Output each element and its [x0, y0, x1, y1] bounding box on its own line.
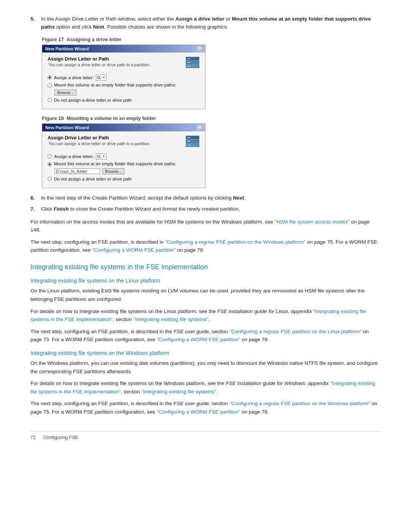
win-para2: For details on how to integrate existing…: [30, 379, 381, 396]
step-6-text: In the next step of the Create Partition…: [41, 195, 233, 201]
wizard-17-icon: [185, 56, 200, 71]
wizard-18-option3-label: Do not assign a drive letter or drive pa…: [54, 177, 132, 181]
step-7-bold: Finish: [54, 206, 69, 212]
linux-user-guide-italic: FSE user guide: [174, 329, 209, 334]
footer: 72 Configuring FSE: [30, 431, 381, 440]
step-6-content: In the next step of the Create Partition…: [41, 194, 381, 202]
step-7-number: 7.: [30, 205, 41, 213]
figure-17-wizard: New Partition Wizard ✕ Assign Drive Lett…: [42, 45, 206, 109]
wizard-17-radio2[interactable]: [48, 83, 52, 88]
svg-rect-3: [187, 58, 190, 59]
hsm-access-modes-link[interactable]: "HSM file system access modes": [275, 219, 350, 225]
linux-integrating-link2[interactable]: "Integrating existing file systems": [133, 316, 208, 322]
wizard-17-browse-button[interactable]: Browse...: [54, 89, 76, 96]
wizard-18-title: New Partition Wizard: [45, 125, 89, 130]
wizard-17-section-sub: You can assign a drive letter or drive p…: [48, 62, 200, 67]
chevron-down-icon: ▼: [102, 76, 105, 79]
linux-config-worm-link[interactable]: "Configuring a WORM FSE partition": [157, 337, 241, 342]
step-7: 7. Click Finish to close the Create Part…: [30, 205, 381, 213]
wizard-18-option1-label: Assign a drive letter:: [54, 154, 94, 159]
figure-18-wizard: New Partition Wizard ✕ Assign Drive Lett…: [42, 123, 206, 188]
wizard-18-option2-row: Mount this volume at an empty folder tha…: [48, 161, 200, 166]
wizard-17-section-title: Assign Drive Letter or Path: [48, 56, 200, 62]
wizard-17-close[interactable]: ✕: [197, 46, 202, 51]
wizard-18-icon: [185, 135, 200, 150]
wizard-18-section-sub: You can assign a drive letter or drive p…: [48, 141, 200, 146]
win-guide-italic: FSE installation guide for Windows: [226, 380, 305, 386]
wizard-18-path-row: D:\vsm_fs_folder Browse...: [48, 168, 200, 174]
step-5-content: In the Assign Drive Letter or Path windo…: [41, 15, 381, 31]
linux-guide-italic: FSE installation guide for Linux: [217, 308, 288, 314]
win-integrating-link2[interactable]: "Integrating existing file systems": [141, 389, 216, 395]
wizard-18-option3-row: Do not assign a drive letter or drive pa…: [48, 177, 200, 181]
post-steps-para2: The next step, configuring an FSE partit…: [30, 238, 381, 254]
win-para1: On the Windows platform, you can use exi…: [30, 359, 381, 375]
wizard-18-titlebar: New Partition Wizard ✕: [42, 124, 205, 131]
wizard-18-close[interactable]: ✕: [197, 125, 202, 130]
win-para3: The next step, configuring an FSE partit…: [30, 399, 381, 416]
step-5-text2: or: [225, 16, 232, 22]
svg-rect-10: [187, 141, 190, 142]
wizard-17-option3-label: Do not assign a drive letter or drive pa…: [54, 98, 132, 102]
wizard-18-radio3[interactable]: [48, 177, 52, 181]
linux-para2: For details on how to integrate existing…: [30, 307, 381, 324]
figure-18-label: Figure 18 Mounting a volume to an empty …: [42, 115, 381, 121]
step-5-text1: In the Assign Drive Letter or Path windo…: [41, 16, 175, 22]
step-5: 5. In the Assign Drive Letter or Path wi…: [30, 15, 381, 31]
step-7-text1: Click: [41, 206, 54, 212]
wizard-18-section-title: Assign Drive Letter or Path: [48, 135, 200, 141]
wizard-17-option2-row: Mount this volume at an empty folder tha…: [48, 83, 200, 88]
wizard-18-path-input[interactable]: D:\vsm_fs_folder: [54, 168, 100, 174]
wizard-17-radio3[interactable]: [48, 98, 52, 102]
svg-rect-9: [187, 137, 190, 138]
wizard-17-option1-row: Assign a drive letter: G: ▼: [48, 75, 200, 81]
step-5-text4: . Possible choices are shown in the foll…: [104, 24, 228, 30]
win-config-worm-link[interactable]: "Configuring a WORM FSE partition": [157, 409, 241, 415]
wizard-18-browse-button[interactable]: Browse...: [102, 168, 124, 174]
wizard-17-option1-label: Assign a drive letter:: [54, 75, 94, 80]
chevron-down-icon: ▼: [102, 155, 105, 158]
win-user-guide-italic: FSE user guide: [174, 401, 209, 406]
step-5-bold3: Next: [93, 24, 104, 30]
step-5-bold1: Assign a drive letter: [175, 16, 225, 22]
sub-heading-windows: Integrating existing file systems on the…: [30, 350, 381, 356]
svg-rect-11: [187, 145, 190, 145]
wizard-17-drive-select[interactable]: G: ▼: [96, 75, 107, 81]
wizard-17-radio1[interactable]: [48, 75, 52, 80]
svg-rect-5: [187, 66, 190, 67]
linux-para3: The next step, configuring an FSE partit…: [30, 328, 381, 344]
main-heading: Integrating existing file systems in the…: [30, 263, 381, 272]
win-config-regular-link[interactable]: "Configuring a regular FSE partition on …: [229, 401, 370, 406]
step-5-number: 5.: [30, 15, 41, 31]
step-6-bold: Next: [233, 195, 244, 201]
step-5-text3: option and click: [55, 24, 93, 30]
wizard-17-content: Assign Drive Letter or Path You can assi…: [42, 53, 205, 109]
wizard-18-option2-label: Mount this volume at an empty folder tha…: [54, 161, 176, 166]
linux-config-regular-link[interactable]: "Configuring a regular FSE partition on …: [229, 329, 362, 334]
sub-heading-linux: Integrating existing file systems on the…: [30, 278, 381, 284]
svg-rect-4: [187, 62, 190, 63]
wizard-17-option2-label: Mount this volume at an empty folder tha…: [54, 83, 176, 87]
footer-section: Configuring FSE: [43, 435, 78, 440]
configuring-worm-fse-link[interactable]: "Configuring a WORM FSE partition": [92, 247, 176, 253]
figure-17-label: Figure 17 Assigning a drive letter: [42, 37, 381, 42]
wizard-17-browse-row: Browse...: [48, 89, 200, 96]
footer-page-num: 72: [30, 435, 36, 440]
configuring-regular-fse-link[interactable]: "Configuring a regular FSE partition on …: [165, 239, 306, 245]
linux-para1: On the Linux platform, existing Ext3 fil…: [30, 287, 381, 303]
wizard-18-radio2[interactable]: [48, 162, 52, 166]
step-6: 6. In the next step of the Create Partit…: [30, 194, 381, 202]
wizard-17-title: New Partition Wizard: [45, 46, 89, 51]
wizard-18-content: Assign Drive Letter or Path You can assi…: [42, 131, 205, 188]
post-steps-para1: For information on the access modes that…: [30, 218, 381, 234]
wizard-17-titlebar: New Partition Wizard ✕: [42, 45, 205, 53]
wizard-18-drive-select[interactable]: G: ▼: [96, 153, 107, 160]
step-7-text2: to close the Create Partition Wizard and…: [69, 206, 240, 212]
wizard-18-option1-row: Assign a drive letter: G: ▼: [48, 153, 200, 160]
step-7-content: Click Finish to close the Create Partiti…: [41, 205, 381, 213]
wizard-18-radio1[interactable]: [48, 154, 52, 158]
step-6-number: 6.: [30, 194, 41, 202]
wizard-17-option3-row: Do not assign a drive letter or drive pa…: [48, 98, 200, 102]
